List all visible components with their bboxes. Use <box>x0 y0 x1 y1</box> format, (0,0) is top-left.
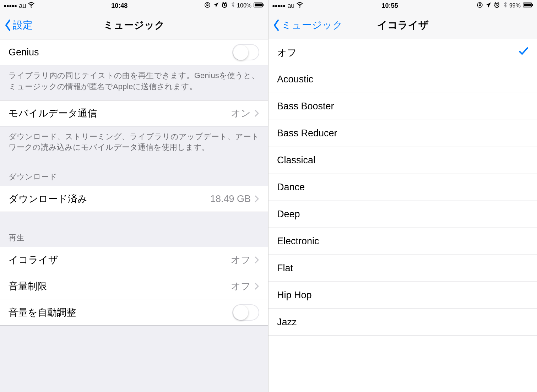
equalizer-option[interactable]: Bass Reducer <box>268 120 537 147</box>
back-label: 設定 <box>13 18 33 32</box>
equalizer-option[interactable]: Acoustic <box>268 66 537 93</box>
mobile-data-row[interactable]: モバイルデータ通信 オン <box>0 100 268 126</box>
battery-icon <box>254 2 264 10</box>
row-value: オン <box>231 107 251 120</box>
playback-header: 再生 <box>0 229 268 247</box>
genius-row[interactable]: Genius <box>0 39 268 65</box>
chevron-right-icon <box>254 282 259 290</box>
option-label: Hip Hop <box>277 290 312 301</box>
row-label: モバイルデータ通信 <box>9 107 231 120</box>
equalizer-option[interactable]: Hip Hop <box>268 282 537 309</box>
option-label: Deep <box>277 209 300 220</box>
bluetooth-icon <box>230 2 235 10</box>
row-label: ダウンロード済み <box>9 192 210 205</box>
chevron-left-icon <box>4 19 11 31</box>
wifi-icon <box>297 2 303 10</box>
option-label: Classical <box>277 155 315 166</box>
status-bar: ●●●●● au 10:55 99% <box>268 0 537 11</box>
option-label: Bass Reducer <box>277 128 337 139</box>
option-label: Dance <box>277 182 305 193</box>
mobile-data-footer: ダウンロード、ストリーミング、ライブラリのアップデート、アートワークの読み込みに… <box>0 126 268 161</box>
chevron-right-icon <box>254 109 259 117</box>
option-label: オフ <box>277 46 297 59</box>
carrier-label: au <box>287 2 294 10</box>
page-title: ミュージック <box>0 18 268 32</box>
equalizer-option[interactable]: Electronic <box>268 228 537 255</box>
sound-check-toggle[interactable] <box>232 304 259 321</box>
genius-toggle[interactable] <box>232 44 259 60</box>
equalizer-row[interactable]: イコライザ オフ <box>0 247 268 273</box>
signal-dots-icon: ●●●●● <box>272 3 285 9</box>
alarm-icon <box>494 2 500 10</box>
back-button[interactable]: ミュージック <box>273 18 343 32</box>
equalizer-list: オフAcousticBass BoosterBass ReducerClassi… <box>268 39 537 392</box>
nav-bar: ミュージック イコライザ <box>268 11 537 39</box>
equalizer-option[interactable]: Dance <box>268 174 537 201</box>
back-button[interactable]: 設定 <box>4 18 33 32</box>
download-header: ダウンロード <box>0 161 268 186</box>
equalizer-option[interactable]: オフ <box>268 39 537 66</box>
location-icon <box>485 2 492 10</box>
bluetooth-icon <box>502 2 507 10</box>
clock-label: 10:55 <box>382 2 398 10</box>
music-settings-screen: ●●●●● au 10:48 100% 設定 ミュージック Genius ライブ… <box>0 0 268 392</box>
back-label: ミュージック <box>281 18 343 32</box>
battery-percent-label: 100% <box>237 2 251 9</box>
row-label: 音量制限 <box>9 280 231 293</box>
equalizer-option[interactable]: Deep <box>268 201 537 228</box>
row-value: オフ <box>231 254 251 266</box>
row-label: Genius <box>9 47 232 58</box>
nav-bar: 設定 ミュージック <box>0 11 268 39</box>
carrier-label: au <box>19 2 26 10</box>
battery-icon <box>523 2 533 10</box>
alarm-icon <box>221 2 228 10</box>
check-icon <box>519 46 528 59</box>
equalizer-screen: ●●●●● au 10:55 99% ミュージック イコライザ オフAcoust… <box>268 0 537 392</box>
equalizer-option[interactable]: Flat <box>268 255 537 282</box>
sound-check-row[interactable]: 音量を自動調整 <box>0 299 268 326</box>
equalizer-option[interactable]: Bass Booster <box>268 93 537 120</box>
settings-list: Genius ライブラリ内の同じテイストの曲を再生できます。Geniusを使うと… <box>0 39 268 392</box>
volume-limit-row[interactable]: 音量制限 オフ <box>0 273 268 299</box>
rotation-lock-icon <box>477 2 483 10</box>
option-label: Acoustic <box>277 74 313 85</box>
option-label: Bass Booster <box>277 101 334 112</box>
option-label: Flat <box>277 263 293 274</box>
row-value: 18.49 GB <box>210 194 251 205</box>
wifi-icon <box>28 2 34 10</box>
rotation-lock-icon <box>204 2 211 10</box>
chevron-left-icon <box>273 19 280 31</box>
option-label: Electronic <box>277 236 319 247</box>
signal-dots-icon: ●●●●● <box>4 3 17 9</box>
location-icon <box>213 2 219 10</box>
chevron-right-icon <box>254 195 259 203</box>
row-label: イコライザ <box>9 254 231 266</box>
equalizer-option[interactable]: Jazz <box>268 309 537 336</box>
row-value: オフ <box>231 280 251 293</box>
option-label: Jazz <box>277 317 297 328</box>
chevron-right-icon <box>254 256 259 264</box>
genius-footer: ライブラリ内の同じテイストの曲を再生できます。Geniusを使うと、ミュージック… <box>0 65 268 100</box>
status-bar: ●●●●● au 10:48 100% <box>0 0 268 11</box>
equalizer-option[interactable]: Classical <box>268 147 537 174</box>
battery-percent-label: 99% <box>509 2 521 9</box>
downloaded-row[interactable]: ダウンロード済み 18.49 GB <box>0 186 268 212</box>
row-label: 音量を自動調整 <box>9 306 232 319</box>
clock-label: 10:48 <box>111 2 128 10</box>
